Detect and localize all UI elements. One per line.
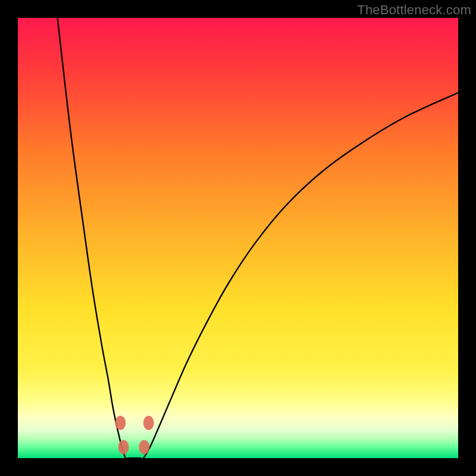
curve-marker bbox=[118, 440, 129, 455]
gradient-background bbox=[18, 18, 458, 458]
curve-marker bbox=[139, 440, 149, 455]
watermark-text: TheBottleneck.com bbox=[357, 2, 471, 18]
curve-marker bbox=[115, 416, 126, 430]
plot-area bbox=[18, 18, 458, 458]
bottleneck-curve-chart bbox=[18, 18, 458, 458]
chart-frame: TheBottleneck.com bbox=[0, 0, 476, 476]
curve-marker bbox=[143, 416, 154, 430]
